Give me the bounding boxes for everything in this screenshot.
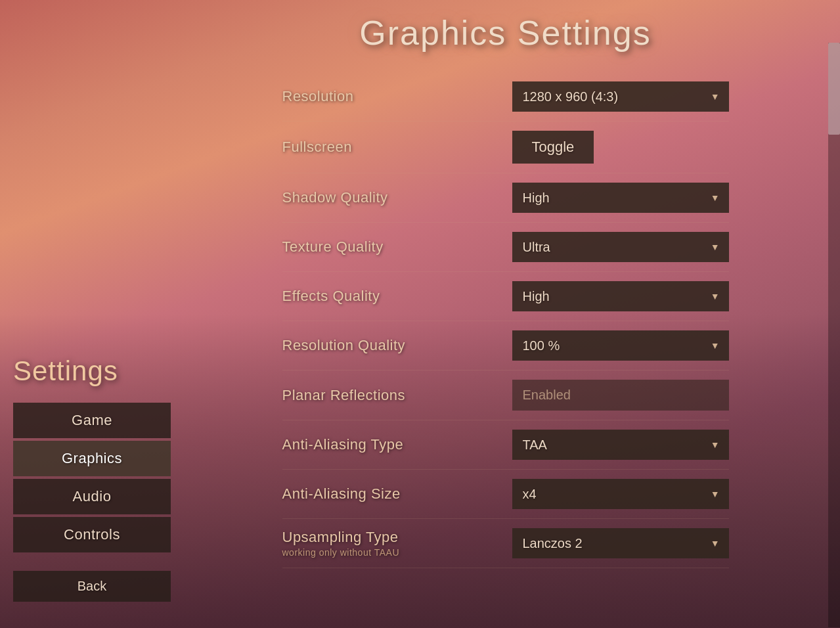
sidebar-item-game[interactable]: Game [13,403,171,438]
back-button[interactable]: Back [13,571,171,602]
setting-label-shadow-quality: Shadow Quality [282,189,512,206]
anti-aliasing-size-select[interactable]: x4 [512,479,729,509]
effects-quality-select-wrapper: High [512,281,729,311]
sidebar-item-controls[interactable]: Controls [13,517,171,552]
anti-aliasing-size-select-wrapper: x4 [512,479,729,509]
scrollbar-track[interactable] [828,43,840,627]
setting-label-effects-quality: Effects Quality [282,288,512,305]
sidebar: Settings Game Graphics Audio Controls Ba… [0,0,184,628]
sidebar-title: Settings [13,355,171,387]
main-content: Settings Game Graphics Audio Controls Ba… [0,0,840,628]
scrollbar-thumb[interactable] [828,43,840,135]
sidebar-item-audio[interactable]: Audio [13,479,171,514]
sidebar-item-graphics[interactable]: Graphics [13,441,171,476]
setting-row-resolution-quality: Resolution Quality 100 % [282,321,729,370]
fullscreen-control: Toggle [512,131,729,164]
anti-aliasing-type-select-wrapper: TAA [512,430,729,460]
setting-label-planar-reflections: Planar Reflections [282,387,512,404]
fullscreen-toggle[interactable]: Toggle [512,131,594,164]
resolution-quality-select-wrapper: 100 % [512,330,729,361]
setting-row-anti-aliasing-type: Anti-Aliasing Type TAA [282,420,729,470]
setting-label-resolution-quality: Resolution Quality [282,337,512,354]
upsampling-type-select[interactable]: Lanczos 2 [512,528,729,558]
upsampling-sublabel: working only without TAAU [282,547,512,558]
setting-row-resolution: Resolution 1280 x 960 (4:3) [282,72,729,122]
setting-label-fullscreen: Fullscreen [282,139,512,156]
planar-reflections-value: Enabled [512,380,729,411]
setting-label-texture-quality: Texture Quality [282,238,512,256]
shadow-quality-select-wrapper: High [512,183,729,213]
setting-label-anti-aliasing-size: Anti-Aliasing Size [282,485,512,503]
anti-aliasing-type-select[interactable]: TAA [512,430,729,460]
setting-row-planar-reflections: Planar Reflections Enabled [282,370,729,420]
effects-quality-select[interactable]: High [512,281,729,311]
setting-row-shadow-quality: Shadow Quality High [282,173,729,223]
settings-list: Resolution 1280 x 960 (4:3) Fullscreen T… [282,72,729,568]
setting-row-upsampling-type: Upsampling Type working only without TAA… [282,519,729,568]
settings-panel: Graphics Settings Resolution 1280 x 960 … [184,0,840,628]
setting-row-effects-quality: Effects Quality High [282,272,729,321]
page-title: Graphics Settings [359,13,651,53]
setting-label-upsampling-type: Upsampling Type working only without TAA… [282,529,512,558]
setting-row-anti-aliasing-size: Anti-Aliasing Size x4 [282,470,729,519]
resolution-select-wrapper: 1280 x 960 (4:3) [512,81,729,112]
setting-label-resolution: Resolution [282,88,512,105]
setting-label-anti-aliasing-type: Anti-Aliasing Type [282,436,512,453]
texture-quality-select[interactable]: Ultra [512,232,729,262]
resolution-quality-select[interactable]: 100 % [512,330,729,361]
setting-row-texture-quality: Texture Quality Ultra [282,223,729,272]
texture-quality-select-wrapper: Ultra [512,232,729,262]
setting-row-fullscreen: Fullscreen Toggle [282,122,729,173]
upsampling-type-select-wrapper: Lanczos 2 [512,528,729,558]
shadow-quality-select[interactable]: High [512,183,729,213]
resolution-select[interactable]: 1280 x 960 (4:3) [512,81,729,112]
